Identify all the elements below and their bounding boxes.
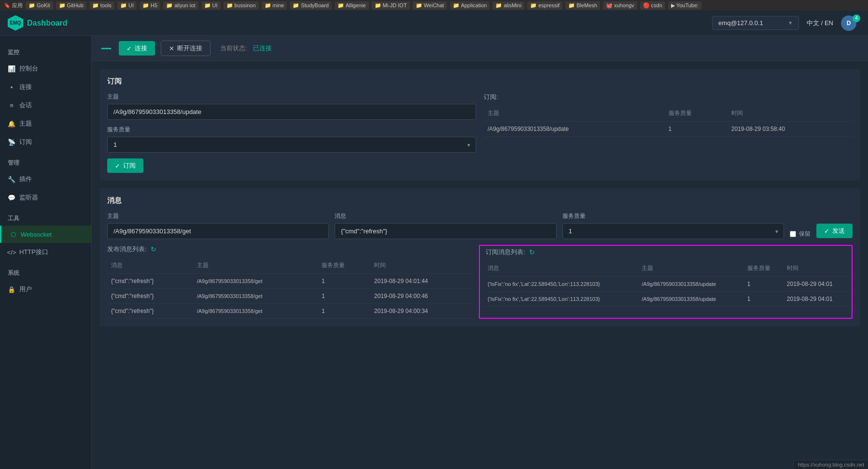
bookmark-h5[interactable]: 📁 H5 (140, 1, 160, 10)
sidebar-item-websocket[interactable]: ⬡ Websocket (0, 226, 91, 243)
bookmark-mi-jd[interactable]: 📁 Mi-JD IOT (372, 1, 410, 10)
user-area: D 4 (841, 15, 860, 31)
sidebar-item-users[interactable]: 🔒 用户 (0, 280, 91, 298)
bookmark[interactable]: 🔖 应用 (4, 2, 23, 9)
message-inputs: 主题 消息 服务质量 1 0 2 (107, 212, 853, 239)
browser-bar: 🔖 应用 📁 GoKit 📁 GitHub 📁 tools 📁 UI 📁 H5 … (0, 0, 868, 11)
plugin-icon: 🔧 (8, 175, 15, 183)
refresh-published-icon[interactable]: ↻ (151, 245, 156, 253)
refresh-subscribed-icon[interactable]: ↻ (529, 248, 535, 256)
sidebar-item-topics[interactable]: 🔔 主题 (0, 114, 91, 133)
sidebar-item-connections[interactable]: ▪ 连接 (0, 78, 91, 96)
http-icon: </> (8, 248, 15, 256)
subscribed-title: 订阅消息列表: ↻ (484, 246, 852, 256)
logo-icon: EMQ (8, 15, 23, 31)
bookmark-alismini[interactable]: 📁 alisMini (492, 1, 524, 10)
subscribe-title: 订阅 (107, 77, 853, 86)
bookmark-ui[interactable]: 📁 UI (117, 1, 137, 10)
check-icon (824, 227, 829, 235)
subscribe-qos-select[interactable]: 1 0 2 (107, 137, 476, 153)
connection-indicator (101, 48, 111, 49)
subscribe-section: 订阅 主题 服务质量 1 0 2 (99, 69, 860, 181)
pub-row-topic: /A9g/867959033013358/get (193, 274, 318, 289)
pub-col-topic: 主题 (193, 257, 318, 274)
status-bar-url: https://xuhong.blog.csdn.net (793, 460, 868, 469)
status-label: 当前状态: (220, 44, 247, 53)
topic-group: 主题 (107, 93, 476, 120)
message-section: 消息 主题 消息 服务质量 1 0 2 (99, 188, 860, 327)
bookmark-mine[interactable]: 📁 mine (262, 1, 287, 10)
topic-label: 主题 (107, 93, 476, 101)
qos-label: 服务质量 (107, 126, 476, 134)
pub-col-time: 时间 (370, 257, 475, 274)
bookmark-alligenie[interactable]: 📁 Alligenie (335, 1, 369, 10)
sidebar: 监控 📊 控制台 ▪ 连接 ≡ 会话 🔔 主题 📡 订阅 管理 🔧 插件 💬 监… (0, 36, 92, 469)
pub-row-msg: {"cmd":"refresh"} (107, 304, 193, 319)
pub-row-msg: {"cmd":"refresh"} (107, 289, 193, 304)
bookmark-tools[interactable]: 📁 tools (89, 1, 114, 10)
msg-topic-label: 主题 (107, 212, 329, 220)
disconnect-button[interactable]: 断开连接 (161, 41, 210, 56)
subscribed-messages-section: 订阅消息列表: ↻ 消息 主题 服务质量 时间 (479, 245, 853, 319)
sidebar-item-console[interactable]: 📊 控制台 (0, 59, 91, 78)
sidebar-item-listeners[interactable]: 💬 监听器 (0, 188, 91, 207)
bookmark-blemesh[interactable]: 📁 BleMesh (565, 1, 600, 10)
pub-col-qos: 服务质量 (318, 257, 370, 274)
messages-layout: 发布消息列表: ↻ 消息 主题 服务质量 时间 (107, 245, 853, 319)
sidebar-item-plugins[interactable]: 🔧 插件 (0, 170, 91, 188)
bookmark-xuhongv[interactable]: 🐙 xuhongv (603, 1, 637, 10)
bookmark-application[interactable]: 📁 Application (450, 1, 490, 10)
subscribe-button[interactable]: 订阅 (107, 158, 143, 173)
table-row: {'IsFix':'no fix','Lat':22.589450,'Lon':… (484, 277, 852, 292)
bookmark-github[interactable]: 📁 GitHub (56, 1, 86, 10)
bookmark-espressif[interactable]: 📁 espressif (527, 1, 562, 10)
bookmark-youtube[interactable]: ▶ YouTube: (668, 1, 701, 10)
bookmark-gokit[interactable]: 📁 GoKit (26, 1, 53, 10)
subscribe-topic-input[interactable] (107, 104, 476, 120)
dropdown-arrow-icon: ▼ (788, 20, 793, 26)
subscription-icon: 📡 (8, 138, 15, 146)
message-qos-select[interactable]: 1 0 2 (562, 223, 784, 239)
bookmark-studyboard[interactable]: 📁 StudyBoard (290, 1, 331, 10)
retain-checkbox-label[interactable]: 保留 (790, 230, 811, 238)
table-row: {"cmd":"refresh"} /A9g/867959033013358/g… (107, 274, 475, 289)
sidebar-item-subscriptions[interactable]: 📡 订阅 (0, 133, 91, 151)
status-value: 已连接 (253, 44, 272, 53)
language-toggle[interactable]: 中文 / EN (807, 19, 833, 28)
pub-row-time: 2019-08-29 04:00:46 (370, 289, 475, 304)
check-icon (126, 45, 132, 52)
message-title: 消息 (107, 196, 853, 205)
environment-selector[interactable]: emq@127.0.0.1 ▼ (712, 16, 799, 30)
send-button[interactable]: 发送 (816, 224, 853, 238)
pub-row-time: 2019-08-29 04:01:44 (370, 274, 475, 289)
table-row: {'IsFix':'no fix','Lat':22.589450,'Lon':… (484, 292, 852, 307)
main-content: 连接 断开连接 当前状态: 已连接 订阅 主题 服务质量 (92, 36, 868, 469)
bookmark-bussinon[interactable]: 📁 bussinon (224, 1, 259, 10)
bookmark-weichat[interactable]: 📁 WeiChat (413, 1, 447, 10)
retain-checkbox[interactable] (790, 231, 796, 237)
sub-row-time: 2019-08-29 04:01 (783, 277, 852, 292)
subscribed-table: 消息 主题 服务质量 时间 {'IsFix':'no fix','Lat':22… (484, 260, 852, 307)
pub-row-topic: /A9g/867959033013358/get (193, 304, 318, 319)
msg-qos-group: 服务质量 1 0 2 (562, 212, 784, 239)
bookmark-csdn[interactable]: 🔴 csdn (640, 1, 665, 10)
topic-icon: 🔔 (8, 120, 15, 128)
bookmark-aliyun[interactable]: 📁 aliyun iot (163, 1, 198, 10)
pub-col-msg: 消息 (107, 257, 193, 274)
message-topic-input[interactable] (107, 223, 329, 239)
subscribe-layout: 主题 服务质量 1 0 2 (107, 93, 853, 173)
websocket-icon: ⬡ (9, 230, 17, 238)
connection-icon: ▪ (8, 83, 15, 91)
section-monitor-label: 监控 (0, 41, 91, 59)
bookmark-ui2[interactable]: 📁 UI (201, 1, 221, 10)
subscribe-row-qos: 1 (665, 122, 728, 137)
sidebar-item-sessions[interactable]: ≡ 会话 (0, 96, 91, 114)
connect-button[interactable]: 连接 (119, 41, 155, 56)
sidebar-item-http[interactable]: </> HTTP接口 (0, 243, 91, 261)
msg-actions: 保留 发送 (790, 224, 853, 239)
section-system-label: 系统 (0, 261, 91, 280)
sub-row-qos: 1 (743, 292, 783, 307)
check-icon (115, 162, 120, 170)
message-payload-input[interactable] (335, 223, 556, 239)
table-row: {"cmd":"refresh"} /A9g/867959033013358/g… (107, 289, 475, 304)
